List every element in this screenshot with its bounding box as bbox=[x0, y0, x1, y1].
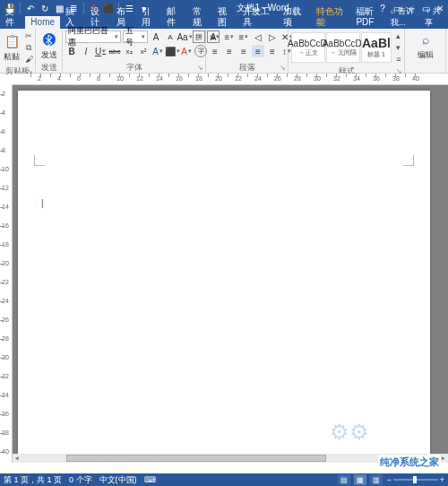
tell-me-search[interactable]: ⌕ 告诉我... bbox=[391, 5, 421, 29]
increase-indent-icon[interactable]: ▷ bbox=[266, 30, 279, 43]
view-web-icon[interactable]: ▥ bbox=[370, 474, 383, 485]
tab-review[interactable]: 常规 bbox=[187, 5, 212, 29]
watermark-logo-icon: ⚙⚙ bbox=[330, 420, 369, 445]
paste-label: 粘贴 bbox=[4, 51, 20, 63]
tab-addins[interactable]: 加载项 bbox=[278, 5, 311, 29]
numbering-button[interactable]: ≡▾ bbox=[223, 30, 236, 43]
zoom-out-icon[interactable]: − bbox=[386, 475, 391, 484]
tab-mailings[interactable]: 邮件 bbox=[161, 5, 186, 29]
style-preview: AaBl bbox=[362, 36, 391, 50]
styles-scroll-down-icon[interactable]: ▾ bbox=[392, 42, 405, 53]
status-ime-icon[interactable]: ⌨ bbox=[144, 475, 156, 484]
tab-foxit[interactable]: 福昕PDF bbox=[350, 5, 391, 29]
watermark-text: 纯净系统之家 bbox=[378, 455, 441, 470]
zoom-slider[interactable] bbox=[393, 479, 438, 481]
paste-button[interactable]: 📋 粘贴 bbox=[3, 32, 21, 63]
format-painter-icon[interactable]: 🖌 bbox=[22, 54, 35, 65]
styles-scroll-up-icon[interactable]: ▴ bbox=[392, 30, 405, 41]
find-icon: ⌕ bbox=[417, 30, 435, 48]
document-viewport: ··· | ⚙⚙ ◂ ▸ bbox=[13, 85, 448, 463]
margin-dots: ··· bbox=[35, 197, 37, 205]
group-label-paragraph: 段落↘ bbox=[206, 63, 288, 73]
style-nospacing[interactable]: AaBbCcDi → 无间隔 bbox=[326, 32, 360, 63]
align-distribute-icon[interactable]: ≡ bbox=[266, 45, 279, 57]
align-right-icon[interactable]: ≡ bbox=[237, 45, 250, 57]
font-size-combo[interactable]: 五号▾ bbox=[123, 30, 148, 43]
undo-icon[interactable]: ↶ bbox=[24, 2, 37, 14]
font-color-icon[interactable]: A▾ bbox=[180, 45, 193, 57]
text-cursor: | bbox=[41, 198, 44, 208]
tab-devtools[interactable]: 开发工具 bbox=[237, 5, 278, 29]
tab-home[interactable]: Home bbox=[25, 16, 60, 29]
style-normal[interactable]: AaBbCcDi → 正文 bbox=[291, 32, 325, 63]
dialog-launcher-icon[interactable]: ↘ bbox=[197, 63, 203, 73]
style-preview: AaBbCcDi bbox=[323, 39, 364, 48]
cut-icon[interactable]: ✂ bbox=[22, 30, 35, 41]
send-label: 发送 bbox=[41, 49, 57, 61]
underline-button[interactable]: U▾ bbox=[94, 45, 107, 57]
redo-icon[interactable]: ↻ bbox=[39, 2, 51, 14]
strikethrough-button[interactable]: abc bbox=[108, 45, 121, 57]
style-name: → 无间隔 bbox=[330, 48, 357, 57]
scroll-left-icon[interactable]: ◂ bbox=[13, 454, 22, 463]
bluetooth-icon bbox=[40, 30, 58, 48]
clipboard-icon: 📋 bbox=[3, 32, 21, 50]
tab-file[interactable]: 文件 bbox=[0, 5, 25, 29]
style-heading1[interactable]: AaBl 标题 1 bbox=[361, 32, 392, 63]
group-label-editing bbox=[405, 63, 445, 73]
view-read-icon[interactable]: ▤ bbox=[338, 474, 350, 485]
superscript-button[interactable]: x² bbox=[137, 45, 150, 57]
share-button[interactable]: ♀ 共享 bbox=[425, 5, 444, 29]
highlight-color-icon[interactable]: ⬛▾ bbox=[166, 45, 178, 57]
shrink-font-icon[interactable]: A bbox=[164, 30, 177, 43]
bold-button[interactable]: B bbox=[65, 45, 78, 57]
status-page[interactable]: 第 1 页，共 1 页 bbox=[4, 474, 62, 486]
view-print-icon[interactable]: ▦ bbox=[354, 474, 366, 485]
group-label-send: 发送 bbox=[36, 63, 62, 73]
bluetooth-send-button[interactable]: 发送 bbox=[39, 30, 59, 61]
multilevel-button[interactable]: ≡▾ bbox=[237, 30, 250, 43]
editing-label: 编辑 bbox=[418, 49, 434, 61]
ruler-horizontal[interactable]: 246810121416182022242628303234363840 bbox=[13, 74, 448, 85]
phonetic-guide-icon[interactable]: 拼 bbox=[193, 30, 205, 43]
style-name: → 正文 bbox=[298, 48, 319, 57]
grow-font-icon[interactable]: A bbox=[150, 30, 162, 43]
decrease-indent-icon[interactable]: ◁ bbox=[252, 30, 264, 43]
group-label-font: 字体↘ bbox=[63, 63, 205, 73]
ruler-vertical[interactable]: 246810121416182022242628303234363840 bbox=[0, 85, 13, 463]
zoom-in-icon[interactable]: + bbox=[440, 475, 444, 484]
subscript-button[interactable]: x₂ bbox=[123, 45, 135, 57]
status-wordcount[interactable]: 0 个字 bbox=[69, 474, 92, 486]
bullets-button[interactable]: ≡▾ bbox=[209, 30, 221, 43]
style-name: 标题 1 bbox=[367, 50, 385, 59]
tab-view[interactable]: 视图 bbox=[212, 5, 237, 29]
scroll-thumb[interactable] bbox=[66, 455, 326, 462]
tab-special[interactable]: 特色功能 bbox=[311, 5, 351, 29]
copy-icon[interactable]: ⧉ bbox=[22, 42, 35, 53]
styles-expand-icon[interactable]: ≡ bbox=[392, 54, 405, 65]
text-effects-icon[interactable]: A▾ bbox=[151, 45, 164, 57]
enclose-char-icon[interactable]: 字 bbox=[194, 45, 207, 57]
find-button[interactable]: ⌕ 编辑 bbox=[414, 30, 437, 61]
italic-button[interactable]: I bbox=[80, 45, 92, 57]
align-justify-icon[interactable]: ≡ bbox=[252, 45, 264, 57]
status-language[interactable]: 中文(中国) bbox=[99, 474, 137, 486]
document-page[interactable]: ··· | bbox=[18, 91, 430, 463]
font-name-combo[interactable]: 阿里巴巴普惠▾ bbox=[65, 30, 121, 43]
change-case-icon[interactable]: Aa▾ bbox=[178, 30, 191, 43]
zoom-slider-thumb[interactable] bbox=[413, 476, 417, 483]
align-left-icon[interactable]: ≡ bbox=[209, 45, 221, 57]
dialog-launcher-icon[interactable]: ↘ bbox=[280, 63, 286, 73]
align-center-icon[interactable]: ≡ bbox=[223, 45, 236, 57]
